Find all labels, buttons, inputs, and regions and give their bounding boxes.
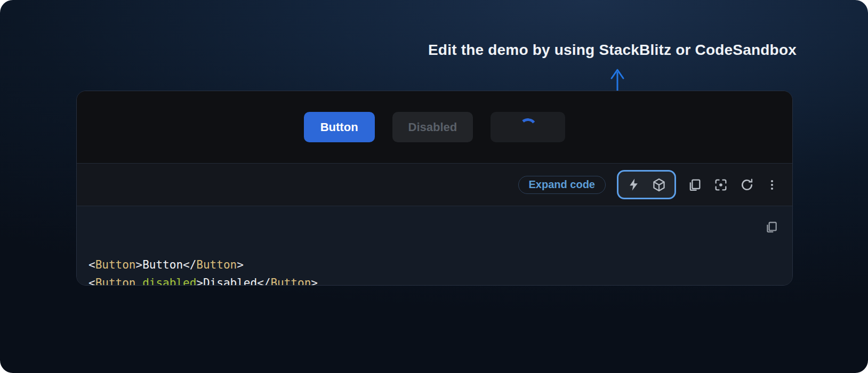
more-icon[interactable] <box>766 178 778 192</box>
demo-card: Button Disabled Expand code <box>76 91 793 286</box>
refresh-icon[interactable] <box>740 177 754 192</box>
loading-spinner-icon <box>518 117 538 137</box>
code-token: Button <box>270 277 311 286</box>
expand-code-button[interactable]: Expand code <box>518 176 606 194</box>
code-token: disabled <box>136 277 197 286</box>
code-token: > <box>136 258 143 271</box>
code-token: < <box>89 258 95 271</box>
code-token: < <box>89 277 95 286</box>
codesandbox-icon[interactable] <box>652 177 666 192</box>
page: Edit the demo by using StackBlitz or Cod… <box>0 0 868 373</box>
sandbox-icon-group <box>617 170 676 199</box>
code-token: Button <box>95 258 136 271</box>
code-block: <Button>Button</Button><Button disabled>… <box>77 206 792 286</box>
demo-preview: Button Disabled <box>77 91 792 163</box>
code-token: </ <box>183 258 196 271</box>
code-copy-icon[interactable] <box>765 220 778 234</box>
code-token: > <box>311 277 318 286</box>
stackblitz-icon[interactable] <box>626 177 641 192</box>
standalone-icon[interactable] <box>713 177 728 192</box>
demo-button-primary[interactable]: Button <box>304 112 375 142</box>
copy-icon[interactable] <box>687 177 702 192</box>
code-token: Button <box>142 258 183 271</box>
code-token: Button <box>196 258 237 271</box>
code-token: > <box>237 258 244 271</box>
demo-toolbar: Expand code <box>77 163 792 206</box>
code-token: Button <box>95 277 136 286</box>
code-line: <Button>Button</Button> <box>89 256 760 274</box>
code-line: <Button disabled>Disabled</Button> <box>89 274 760 286</box>
code-token: </ <box>257 277 270 286</box>
code-token: Disabled <box>203 277 257 286</box>
demo-button-disabled: Disabled <box>392 112 473 142</box>
code-lines: <Button>Button</Button><Button disabled>… <box>89 256 760 286</box>
annotation-text: Edit the demo by using StackBlitz or Cod… <box>428 42 797 59</box>
demo-button-loading[interactable] <box>491 112 565 142</box>
code-token: > <box>196 277 203 286</box>
